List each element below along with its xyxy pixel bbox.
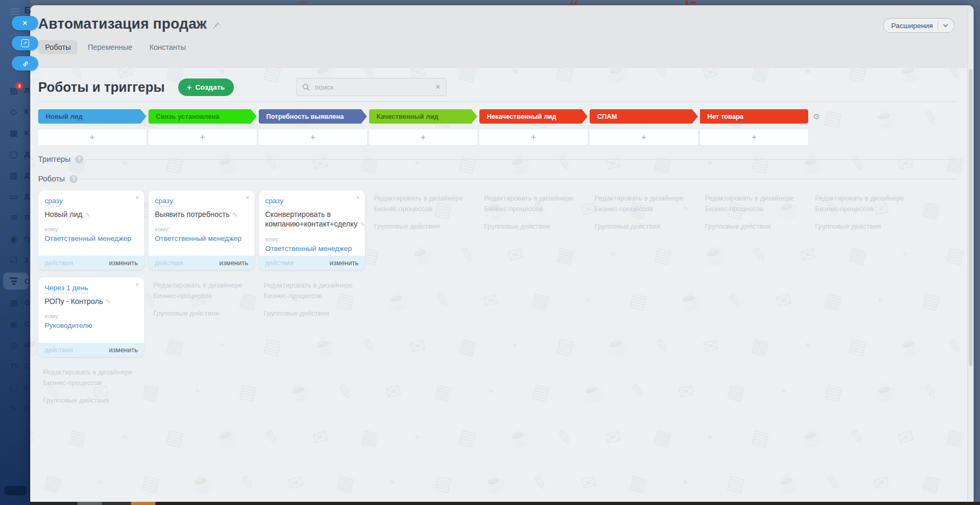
sidebar-item-copilot[interactable]: ◇ К (0, 101, 30, 122)
edit-designer-link[interactable]: Редактировать в дизайнере Бизнес-процесс… (705, 193, 798, 214)
create-button[interactable]: + Создать (178, 79, 234, 96)
close-icon[interactable]: ✕ (135, 282, 139, 288)
search-input[interactable] (314, 83, 435, 92)
extensions-button[interactable]: Расширения (883, 18, 955, 33)
stage-4[interactable]: Качественный лид (369, 109, 477, 124)
edit-link[interactable]: изменить (109, 346, 138, 354)
robots-help-icon[interactable]: ? (69, 175, 77, 183)
edit-designer-link[interactable]: Редактировать в дизайнере Бизнес-процесс… (594, 193, 688, 214)
scrollbar-thumb[interactable] (969, 69, 973, 366)
robots-grid: ✕ сразу Новый лид✎ кому: Ответственный м… (38, 190, 958, 406)
copy-link-button[interactable]: ∞ (12, 56, 38, 71)
group-actions-link[interactable]: Групповые действия (153, 308, 250, 319)
add-robot-button-6[interactable]: + (590, 129, 698, 145)
stage-label: Связь установлена (148, 113, 220, 120)
open-in-new-button[interactable]: ↗ (12, 36, 38, 50)
robot-when-link[interactable]: сразу (155, 197, 173, 206)
edit-link[interactable]: изменить (220, 259, 248, 267)
shop-icon: ⊓ (8, 361, 19, 371)
add-robot-button-3[interactable]: + (259, 129, 367, 145)
edit-designer-link[interactable]: Редактировать в дизайнере Бизнес-процесс… (264, 280, 357, 301)
sidebar-item-crm[interactable]: С (0, 271, 30, 292)
close-slider-button[interactable]: ✕ (12, 16, 38, 30)
robot-assignee-link[interactable]: Руководителю (45, 321, 92, 329)
marketing-icon: ◎ (8, 340, 19, 350)
sidebar-item-disk[interactable]: ▭ Д (0, 186, 30, 207)
group-actions-link[interactable]: Групповые действия (374, 221, 471, 232)
robot-when-link[interactable]: сразу (45, 197, 63, 206)
group-actions-link[interactable]: Групповые действия (43, 395, 140, 406)
stage-3[interactable]: Потребность выявлена (259, 109, 367, 124)
robots-heading: Роботы (38, 175, 65, 183)
edit-link[interactable]: изменить (330, 259, 358, 267)
stages-settings-gear-icon[interactable]: ⚙ (813, 112, 820, 121)
sidebar-item-booking[interactable]: ▦ О (0, 292, 30, 313)
add-robot-button-5[interactable]: + (479, 129, 588, 145)
sidebar-item-groups[interactable]: ◉ Гр (0, 228, 30, 249)
robot-title: Сконвертировать в компанию+контакт+сделк… (265, 210, 357, 228)
sidebar-item-tasks[interactable]: ☑ З (0, 249, 30, 271)
sidebar-settings-gear-icon[interactable]: ⚙ (10, 443, 18, 454)
group-actions-link[interactable]: Групповые действия (705, 221, 802, 232)
robot-assignee-link[interactable]: Ответственный менеджер (155, 234, 242, 242)
sidebar-collapse-button[interactable] (4, 486, 27, 495)
stage-5[interactable]: Некачественный лид (479, 109, 588, 124)
tab-constants[interactable]: Константы (143, 40, 193, 54)
group-actions-link[interactable]: Групповые действия (484, 221, 581, 232)
edit-designer-link[interactable]: Редактировать в дизайнере Бизнес-процесс… (374, 193, 467, 214)
close-icon[interactable]: ✕ (356, 195, 360, 201)
modal-scrollbar[interactable] (967, 11, 974, 505)
ghost-cell: Редактировать в дизайнере Бизнес-процесс… (810, 190, 916, 270)
robot-assignee-link[interactable]: Ответственный менеджер (265, 245, 352, 252)
group-actions-link[interactable]: Групповые действия (264, 308, 361, 319)
brand-letter: Б (24, 5, 31, 16)
stage-7[interactable]: Нет товара (700, 109, 808, 124)
sidebar-item-sign[interactable]: ✎ П (0, 398, 30, 419)
tab-variables[interactable]: Переменные (81, 40, 139, 54)
add-robot-button-2[interactable]: + (148, 129, 257, 145)
edit-pencil-icon[interactable]: ✎ (85, 211, 90, 219)
edit-designer-link[interactable]: Редактировать в дизайнере Бизнес-процесс… (484, 193, 578, 214)
close-icon[interactable]: ✕ (135, 195, 139, 201)
edit-designer-link[interactable]: Редактировать в дизайнере Бизнес-процесс… (815, 193, 908, 214)
stage-1[interactable]: Новый лид (38, 109, 146, 124)
sidebar-item-mail[interactable]: ✉ П (0, 207, 30, 228)
sidebar-item-calendar[interactable]: ▦ К (0, 122, 30, 143)
tab-robots[interactable]: Роботы (38, 40, 77, 54)
sidebar-item-boards[interactable]: ▥ Д (0, 164, 30, 186)
group-actions-link[interactable]: Групповые действия (594, 221, 692, 232)
robot-title: Новый лид (45, 210, 82, 219)
edit-link[interactable]: изменить (109, 259, 138, 267)
triggers-heading: Триггеры (38, 155, 71, 163)
edit-pencil-icon[interactable]: ✎ (232, 211, 238, 219)
actions-link[interactable]: действия (45, 346, 73, 354)
sidebar-item-documents[interactable]: ▢ Д (0, 143, 30, 164)
robot-when-link[interactable]: Через 1 день (45, 284, 88, 293)
stage-2[interactable]: Связь установлена (148, 109, 257, 124)
actions-link[interactable]: действия (155, 259, 183, 267)
actions-link[interactable]: действия (265, 259, 294, 267)
edit-designer-link[interactable]: Редактировать в дизайнере Бизнес-процесс… (153, 280, 247, 301)
actions-link[interactable]: действия (45, 259, 73, 267)
add-robot-button-7[interactable]: + (700, 129, 808, 145)
stage-6[interactable]: СПАМ (590, 109, 698, 124)
edit-pencil-icon[interactable]: ✎ (106, 298, 111, 306)
sidebar-item-shop[interactable]: ⊓ С (0, 355, 30, 377)
sidebar-item-feed[interactable]: ▤3 Л (0, 80, 30, 101)
add-robot-button-4[interactable]: + (369, 129, 477, 145)
close-icon[interactable]: ✕ (246, 195, 250, 201)
pin-icon[interactable] (212, 21, 221, 30)
edit-pencil-icon[interactable]: ✎ (360, 221, 365, 228)
triggers-help-icon[interactable]: ? (75, 155, 83, 163)
sidebar-item-contracts[interactable]: ▢ К (0, 377, 30, 398)
add-robot-button-1[interactable]: + (38, 129, 146, 145)
robot-assignee-link[interactable]: Ответственный менеджер (45, 234, 132, 242)
hamburger-menu-icon[interactable] (10, 7, 20, 16)
to-label: кому: (155, 226, 248, 232)
sidebar-item-marketing[interactable]: ◎ М (0, 334, 30, 355)
edit-designer-link[interactable]: Редактировать в дизайнере Бизнес-процесс… (43, 367, 136, 388)
group-actions-link[interactable]: Групповые действия (815, 221, 912, 232)
sidebar-item-sites[interactable]: ▣ С (0, 313, 30, 334)
search-clear-icon[interactable]: ✕ (435, 83, 441, 91)
robot-when-link[interactable]: сразу (265, 197, 283, 206)
